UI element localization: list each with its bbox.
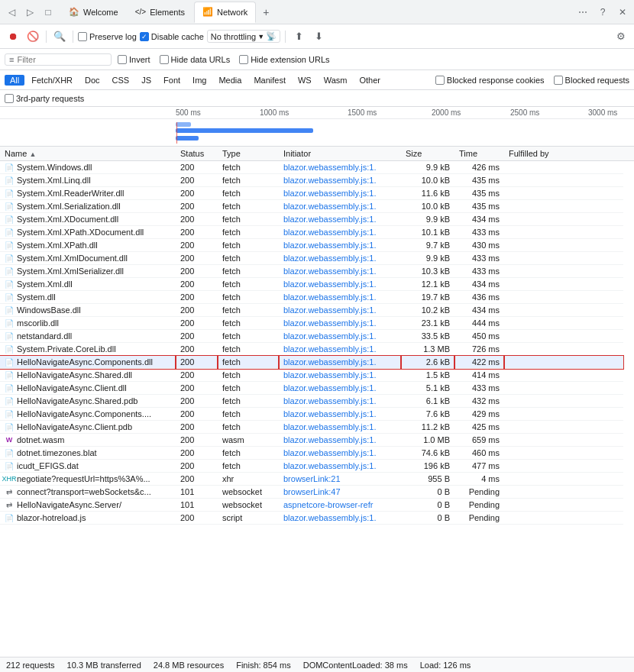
hide-data-check[interactable]: Hide data URLs bbox=[160, 55, 231, 64]
download-icon[interactable]: ⬇ bbox=[310, 28, 327, 45]
table-row[interactable]: 📄HelloNavigateAsync.Shared.dll200fetchbl… bbox=[0, 369, 634, 382]
initiator-cell[interactable]: blazor.webassembly.js:1. bbox=[279, 395, 401, 408]
table-row[interactable]: 📄System.Xml.dll200fetchblazor.webassembl… bbox=[0, 278, 634, 291]
col-size[interactable]: Size bbox=[401, 147, 454, 161]
initiator-link[interactable]: blazor.webassembly.js:1. bbox=[283, 241, 376, 250]
type-fetch-xhr[interactable]: Fetch/XHR bbox=[26, 75, 78, 86]
initiator-link[interactable]: blazor.webassembly.js:1. bbox=[283, 383, 376, 393]
type-font[interactable]: Font bbox=[158, 75, 186, 86]
initiator-cell[interactable]: blazor.webassembly.js:1. bbox=[279, 291, 401, 304]
network-table-container[interactable]: Name ▲ Status Type Initiator Size Time F… bbox=[0, 147, 634, 657]
initiator-link[interactable]: browserLink:47 bbox=[283, 487, 341, 496]
type-other[interactable]: Other bbox=[354, 75, 386, 86]
initiator-cell[interactable]: blazor.webassembly.js:1. bbox=[279, 382, 401, 395]
initiator-link[interactable]: blazor.webassembly.js:1. bbox=[283, 435, 376, 444]
initiator-cell[interactable]: blazor.webassembly.js:1. bbox=[279, 369, 401, 382]
throttle-select[interactable]: No throttling ▼ 📡 bbox=[207, 30, 280, 43]
type-media[interactable]: Media bbox=[213, 75, 247, 86]
table-row[interactable]: XHRnegotiate?requestUrl=https%3A%...200x… bbox=[0, 473, 634, 486]
back-icon[interactable]: ◁ bbox=[3, 4, 20, 21]
initiator-link[interactable]: blazor.webassembly.js:1. bbox=[283, 370, 376, 380]
initiator-cell[interactable]: blazor.webassembly.js:1. bbox=[279, 343, 401, 356]
initiator-link[interactable]: blazor.webassembly.js:1. bbox=[283, 461, 376, 470]
table-row[interactable]: 📄System.Private.CoreLib.dll200fetchblazo… bbox=[0, 343, 634, 356]
table-row[interactable]: 📄HelloNavigateAsync.Components.dll200fet… bbox=[0, 356, 634, 369]
initiator-cell[interactable]: blazor.webassembly.js:1. bbox=[279, 434, 401, 447]
preserve-log-label[interactable]: Preserve log bbox=[78, 32, 137, 41]
initiator-link[interactable]: blazor.webassembly.js:1. bbox=[283, 189, 376, 198]
table-row[interactable]: 📄System.Xml.Serialization.dll200fetchbla… bbox=[0, 200, 634, 213]
col-name[interactable]: Name ▲ bbox=[0, 147, 176, 161]
initiator-cell[interactable]: blazor.webassembly.js:1. bbox=[279, 317, 401, 330]
initiator-link[interactable]: blazor.webassembly.js:1. bbox=[283, 279, 376, 289]
table-row[interactable]: 📄System.Windows.dll200fetchblazor.webass… bbox=[0, 161, 634, 174]
initiator-link[interactable]: blazor.webassembly.js:1. bbox=[283, 202, 376, 211]
table-row[interactable]: 📄icudt_EFIGS.dat200fetchblazor.webassemb… bbox=[0, 460, 634, 473]
initiator-link[interactable]: blazor.webassembly.js:1. bbox=[283, 228, 376, 237]
initiator-link[interactable]: blazor.webassembly.js:1. bbox=[283, 215, 376, 224]
col-fulfilled[interactable]: Fulfilled by bbox=[504, 147, 623, 161]
table-row[interactable]: 📄System.Xml.ReaderWriter.dll200fetchblaz… bbox=[0, 187, 634, 200]
blocked-requests-checkbox[interactable] bbox=[554, 76, 563, 85]
initiator-cell[interactable]: blazor.webassembly.js:1. bbox=[279, 304, 401, 317]
upload-icon[interactable]: ⬆ bbox=[290, 28, 307, 45]
clear-button[interactable]: 🚫 bbox=[24, 28, 41, 45]
hide-ext-check[interactable]: Hide extension URLs bbox=[239, 55, 329, 64]
table-row[interactable]: 📄System.Xml.XDocument.dll200fetchblazor.… bbox=[0, 213, 634, 226]
table-row[interactable]: 📄System.Xml.XmlSerializer.dll200fetchbla… bbox=[0, 265, 634, 278]
initiator-cell[interactable]: blazor.webassembly.js:1. bbox=[279, 278, 401, 291]
disable-cache-checkbox[interactable]: ✓ bbox=[140, 32, 149, 41]
initiator-cell[interactable]: blazor.webassembly.js:1. bbox=[279, 174, 401, 187]
record-button[interactable]: ⏺ bbox=[5, 28, 21, 45]
table-row[interactable]: 📄HelloNavigateAsync.Client.pdb200fetchbl… bbox=[0, 421, 634, 434]
table-row[interactable]: 📄mscorlib.dll200fetchblazor.webassembly.… bbox=[0, 317, 634, 330]
initiator-link[interactable]: blazor.webassembly.js:1. bbox=[283, 318, 376, 328]
col-initiator[interactable]: Initiator bbox=[279, 147, 401, 161]
initiator-link[interactable]: blazor.webassembly.js:1. bbox=[283, 331, 376, 341]
initiator-link[interactable]: blazor.webassembly.js:1. bbox=[283, 396, 376, 405]
table-row[interactable]: 📄blazor-hotreload.js200scriptblazor.weba… bbox=[0, 512, 634, 525]
initiator-link[interactable]: browserLink:21 bbox=[283, 474, 341, 483]
new-tab-button[interactable]: + bbox=[257, 4, 274, 21]
filter-input[interactable] bbox=[17, 55, 107, 64]
more-tabs-icon[interactable]: ⋯ bbox=[574, 4, 591, 21]
initiator-cell[interactable]: blazor.webassembly.js:1. bbox=[279, 447, 401, 460]
preserve-log-checkbox[interactable] bbox=[78, 32, 87, 41]
initiator-cell[interactable]: blazor.webassembly.js:1. bbox=[279, 356, 401, 369]
type-js[interactable]: JS bbox=[136, 75, 157, 86]
hide-data-checkbox[interactable] bbox=[160, 55, 169, 64]
initiator-link[interactable]: blazor.webassembly.js:1. bbox=[283, 254, 376, 263]
initiator-link[interactable]: blazor.webassembly.js:1. bbox=[283, 422, 376, 431]
blocked-requests-check[interactable]: Blocked requests bbox=[554, 76, 629, 85]
type-wasm[interactable]: Wasm bbox=[319, 75, 353, 86]
table-row[interactable]: 📄System.Xml.XmlDocument.dll200fetchblazo… bbox=[0, 252, 634, 265]
table-row[interactable]: 📄dotnet.timezones.blat200fetchblazor.web… bbox=[0, 447, 634, 460]
type-doc[interactable]: Doc bbox=[79, 75, 105, 86]
initiator-link[interactable]: blazor.webassembly.js:1. bbox=[283, 267, 376, 276]
type-img[interactable]: Img bbox=[187, 75, 212, 86]
initiator-cell[interactable]: blazor.webassembly.js:1. bbox=[279, 408, 401, 421]
initiator-cell[interactable]: blazor.webassembly.js:1. bbox=[279, 213, 401, 226]
initiator-link[interactable]: blazor.webassembly.js:1. bbox=[283, 409, 376, 418]
initiator-cell[interactable]: browserLink:21 bbox=[279, 473, 401, 486]
initiator-link[interactable]: blazor.webassembly.js:1. bbox=[283, 357, 376, 367]
initiator-cell[interactable]: blazor.webassembly.js:1. bbox=[279, 421, 401, 434]
invert-check[interactable]: Invert bbox=[118, 55, 150, 64]
table-row[interactable]: ⇄HelloNavigateAsync.Server/101websocketa… bbox=[0, 499, 634, 512]
col-time[interactable]: Time bbox=[454, 147, 504, 161]
search-button[interactable]: 🔍 bbox=[51, 28, 68, 45]
col-status[interactable]: Status bbox=[176, 147, 218, 161]
settings-icon[interactable]: ⚙ bbox=[613, 28, 629, 45]
third-party-checkbox[interactable] bbox=[5, 94, 14, 103]
table-row[interactable]: Wdotnet.wasm200wasmblazor.webassembly.js… bbox=[0, 434, 634, 447]
type-ws[interactable]: WS bbox=[293, 75, 317, 86]
type-manifest[interactable]: Manifest bbox=[248, 75, 291, 86]
table-row[interactable]: 📄System.Xml.Linq.dll200fetchblazor.webas… bbox=[0, 174, 634, 187]
help-icon[interactable]: ? bbox=[594, 4, 611, 21]
dock-icon[interactable]: □ bbox=[40, 4, 57, 21]
initiator-cell[interactable]: browserLink:47 bbox=[279, 486, 401, 499]
table-row[interactable]: 📄System.dll200fetchblazor.webassembly.js… bbox=[0, 291, 634, 304]
initiator-cell[interactable]: aspnetcore-browser-refr bbox=[279, 499, 401, 512]
initiator-link[interactable]: blazor.webassembly.js:1. bbox=[283, 305, 376, 315]
initiator-link[interactable]: blazor.webassembly.js:1. bbox=[283, 163, 376, 172]
